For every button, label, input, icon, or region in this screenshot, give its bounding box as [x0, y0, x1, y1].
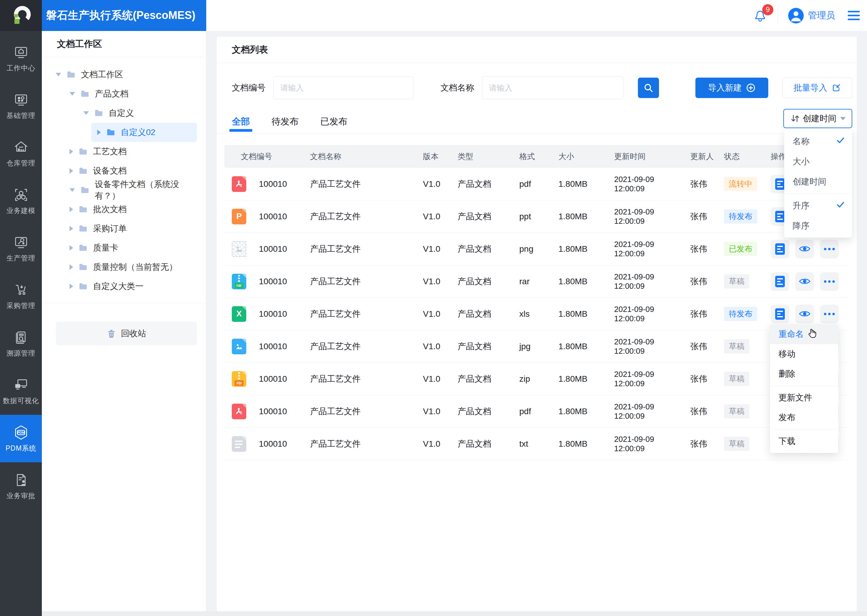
context-menu-item[interactable]: 移动 [770, 344, 839, 364]
rail-item-trace[interactable]: 溯源管理 [0, 320, 42, 367]
batch-import-button[interactable]: 批量导入 [782, 78, 852, 98]
rail-item-modeling[interactable]: 业务建模 [0, 177, 42, 225]
expand-caret-icon[interactable] [69, 207, 73, 212]
tree-item[interactable]: 文档工作区 [42, 65, 206, 84]
tree-item[interactable]: 自定义02 [42, 123, 206, 142]
rail-item-purchase[interactable]: 采购管理 [0, 272, 42, 320]
tree-item[interactable]: 质量控制（当前暂无） [42, 258, 206, 277]
preview-button[interactable] [795, 272, 814, 291]
more-button[interactable] [820, 240, 839, 258]
tab-item[interactable]: 全部 [232, 110, 250, 134]
rar-file-icon: rar [232, 274, 246, 289]
doc-detail-icon [775, 308, 785, 320]
context-menu-item-label: 删除 [779, 368, 795, 380]
context-menu-item[interactable]: 更新文件 [770, 388, 839, 407]
header-divider [777, 7, 778, 24]
tree-item[interactable]: 自定义大类一 [42, 277, 206, 296]
search-icon [643, 82, 654, 93]
more-button[interactable] [820, 272, 839, 291]
collapse-caret-icon[interactable] [69, 92, 75, 96]
expand-caret-icon[interactable] [97, 130, 101, 135]
expand-caret-icon[interactable] [69, 284, 73, 289]
rail-item-base[interactable]: 基础管理 [0, 82, 42, 130]
import-new-button[interactable]: 导入新建 [695, 78, 768, 98]
horizontal-scrollbar[interactable] [42, 611, 867, 616]
tree-item-label: 质量卡 [93, 242, 118, 253]
menu-button[interactable] [847, 9, 861, 22]
expand-caret-icon[interactable] [69, 149, 73, 154]
collapse-caret-icon[interactable] [84, 111, 89, 115]
doc-detail-button[interactable] [771, 305, 789, 323]
updated-by-cell: 张伟 [683, 308, 716, 320]
tree-item-content: 产品文档 [63, 84, 197, 104]
tree-item[interactable]: 质量卡 [42, 238, 206, 258]
status-cell: 流转中 [716, 177, 763, 191]
expand-caret-icon[interactable] [69, 226, 73, 231]
tree-item[interactable]: 产品文档 [42, 84, 206, 104]
doc-type-cell: 产品文档 [450, 308, 512, 320]
sort-field-option[interactable]: 创建时间 [784, 171, 852, 192]
collapse-caret-icon[interactable] [56, 73, 61, 76]
preview-button[interactable] [795, 240, 814, 258]
tree-item[interactable]: 采购订单 [42, 219, 206, 238]
tab-item[interactable]: 待发布 [271, 110, 299, 134]
file-icon-cell [224, 176, 251, 192]
collapse-caret-icon[interactable] [69, 188, 75, 192]
avatar[interactable] [788, 8, 804, 24]
sort-field-option[interactable]: 大小 [784, 151, 852, 171]
sort-field-option[interactable]: 名称 [784, 131, 852, 151]
sort-button[interactable]: 创建时间 [783, 109, 852, 128]
sort-order-option[interactable]: 升序 [784, 195, 852, 216]
expand-caret-icon[interactable] [69, 264, 73, 270]
doc-detail-button[interactable] [771, 272, 789, 291]
context-menu-item[interactable]: 下载 [770, 431, 839, 451]
chevron-down-icon [840, 117, 846, 120]
sort-dropdown: 名称大小创建时间升序降序 [784, 129, 852, 237]
rail-item-warehouse[interactable]: 仓库管理 [0, 130, 42, 177]
eye-icon [799, 245, 810, 253]
recycle-bin-button[interactable]: 回收站 [56, 322, 197, 345]
preview-button[interactable] [795, 305, 814, 323]
status-cell: 草稿 [716, 404, 763, 418]
tree-item[interactable]: 设备零件文档（系统没有？） [42, 181, 206, 200]
tree-item[interactable]: 设备文档 [42, 161, 206, 181]
search-button[interactable] [638, 78, 659, 98]
rail-item-production[interactable]: 生产管理 [0, 225, 42, 272]
rail-item-pdm[interactable]: PDMPDM系统 [0, 415, 42, 462]
workcenter-icon [13, 44, 29, 60]
notifications-button[interactable]: 9 [753, 8, 767, 24]
doc-name-label: 文档名称 [440, 82, 474, 94]
rail-item-approval[interactable]: 业务审批 [0, 462, 42, 510]
expand-caret-icon[interactable] [69, 168, 73, 174]
doc-no-input[interactable] [273, 76, 413, 99]
user-name[interactable]: 管理员 [808, 9, 835, 22]
context-menu-item[interactable]: 发布 [770, 407, 839, 427]
format-cell: rar [512, 277, 551, 286]
rail-item-datavis[interactable]: 数据可视化 [0, 367, 42, 415]
size-cell: 1.80MB [551, 374, 607, 384]
context-menu-item[interactable]: 重命名 [770, 324, 839, 344]
more-button[interactable] [820, 305, 839, 323]
pdm-icon: PDM [13, 424, 29, 441]
check-icon [836, 200, 845, 211]
tree-item[interactable]: 自定义 [42, 104, 206, 123]
doc-detail-icon [775, 276, 785, 287]
tab-item[interactable]: 已发布 [320, 110, 347, 134]
doc-detail-button[interactable] [771, 240, 789, 258]
doc-name-input[interactable] [482, 76, 623, 99]
size-cell: 1.80MB [551, 407, 607, 416]
expand-caret-icon[interactable] [69, 245, 73, 251]
status-badge: 草稿 [724, 339, 749, 354]
sort-order-option[interactable]: 降序 [784, 216, 852, 236]
tree-item[interactable]: 工艺文档 [42, 142, 206, 161]
doc-type-cell: 产品文档 [450, 211, 512, 222]
purchase-icon [13, 282, 29, 298]
tree-item[interactable]: 批次文档 [42, 200, 206, 219]
rail-item-workcenter[interactable]: 工作中心 [0, 35, 42, 82]
format-cell: txt [512, 439, 551, 449]
format-cell: pdf [512, 179, 551, 189]
column-header: 类型 [450, 151, 512, 162]
context-menu-item[interactable]: 删除 [770, 364, 839, 384]
check-icon [836, 136, 845, 145]
doc-no-cell: 100010 [251, 342, 303, 351]
